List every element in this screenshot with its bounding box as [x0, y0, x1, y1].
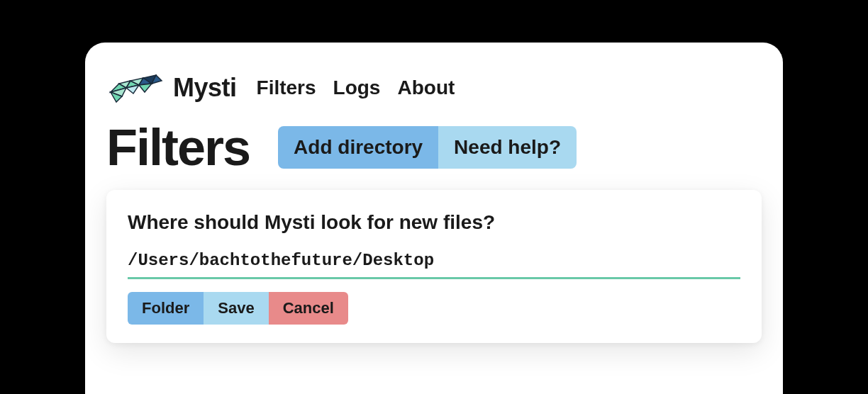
form-question: Where should Mysti look for new files? — [128, 211, 740, 234]
cancel-button[interactable]: Cancel — [269, 292, 348, 325]
need-help-button[interactable]: Need help? — [438, 126, 577, 169]
header: Mysti Filters Logs About — [85, 71, 783, 105]
form-actions: Folder Save Cancel — [128, 292, 740, 325]
directory-form-card: Where should Mysti look for new files? F… — [106, 190, 762, 343]
nav-logs[interactable]: Logs — [333, 77, 381, 99]
save-button[interactable]: Save — [204, 292, 268, 325]
nav-about[interactable]: About — [397, 77, 455, 99]
folder-button[interactable]: Folder — [128, 292, 204, 325]
app-card: Mysti Filters Logs About Filters Add dir… — [85, 43, 783, 394]
page-title: Filters — [106, 122, 250, 173]
directory-path-input[interactable] — [128, 249, 740, 279]
brand-name: Mysti — [173, 73, 237, 103]
whale-logo-icon — [106, 71, 169, 105]
main-nav: Filters Logs About — [257, 77, 455, 99]
add-directory-button[interactable]: Add directory — [278, 126, 438, 169]
page-actions: Add directory Need help? — [278, 126, 577, 169]
logo[interactable]: Mysti — [106, 71, 237, 105]
svg-marker-9 — [139, 84, 152, 92]
title-row: Filters Add directory Need help? — [85, 105, 783, 190]
nav-filters[interactable]: Filters — [257, 77, 316, 99]
